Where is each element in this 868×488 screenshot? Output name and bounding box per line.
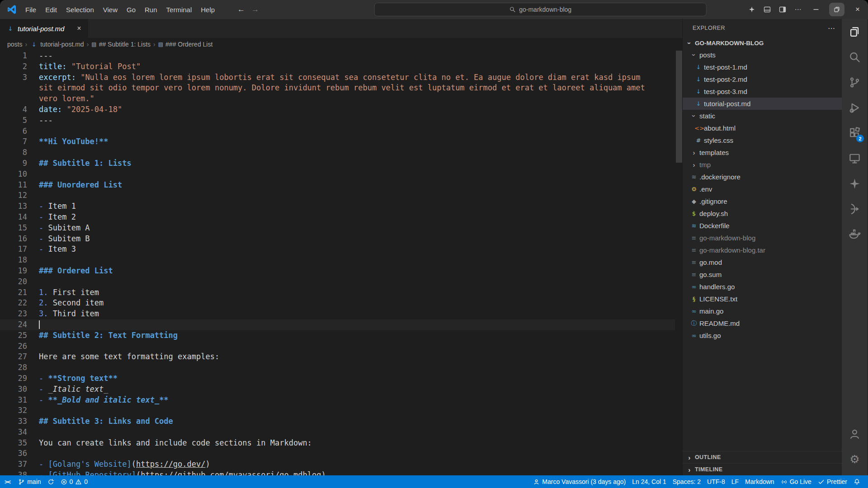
cursor-position-item[interactable]: Ln 24, Col 1	[629, 475, 670, 488]
eol-item[interactable]: LF	[728, 475, 742, 488]
folder-tmp[interactable]: ›tmp	[683, 159, 842, 171]
file-go.sum[interactable]: ≡go.sum	[683, 268, 842, 281]
problems-item[interactable]: 0 0	[57, 475, 91, 488]
breadcrumb-item-posts[interactable]: posts	[7, 41, 22, 48]
file-go-markdown-blog[interactable]: ≡go-markdown-blog	[683, 232, 842, 244]
folder-posts[interactable]: ›posts	[683, 49, 842, 61]
code-line-32[interactable]: 32	[0, 405, 675, 416]
code-line-34[interactable]: 34	[0, 427, 675, 438]
code-line-10[interactable]: 10	[0, 169, 675, 180]
toggle-secondary-sidebar-icon[interactable]	[775, 3, 790, 16]
code-line-5[interactable]: 5---	[0, 115, 675, 126]
code-line-30[interactable]: 30- _Italic text_	[0, 384, 675, 395]
section-timeline[interactable]: › TIMELINE	[683, 463, 842, 475]
run-debug-icon[interactable]	[842, 95, 868, 120]
file-.env[interactable]: ⚙.env	[683, 183, 842, 195]
code-line-9[interactable]: 9## Subtitle 1: Lists	[0, 158, 675, 169]
menu-run[interactable]: Run	[140, 3, 162, 16]
code-line-31[interactable]: 31- **_Bold and italic text_**	[0, 395, 675, 406]
file-LICENSE.txt[interactable]: §LICENSE.txt	[683, 293, 842, 305]
encoding-item[interactable]: UTF-8	[704, 475, 728, 488]
file-go.mod[interactable]: ≡go.mod	[683, 256, 842, 268]
code-line-7[interactable]: 7**Hi YouTube!**	[0, 136, 675, 147]
code-line-26[interactable]: 26	[0, 341, 675, 352]
code-line-20[interactable]: 20	[0, 277, 675, 287]
go-live-item[interactable]: Go Live	[778, 475, 815, 488]
notifications-item[interactable]	[850, 475, 863, 488]
code-line-2[interactable]: 2title: "Tutorial Post"	[0, 61, 675, 72]
code-line-11[interactable]: 11### Unordered List	[0, 180, 675, 191]
code-line-33[interactable]: 33## Subtitle 3: Links and Code	[0, 416, 675, 427]
docker-icon[interactable]	[842, 221, 868, 247]
menu-terminal[interactable]: Terminal	[162, 3, 197, 16]
menu-edit[interactable]: Edit	[41, 3, 61, 16]
menu-file[interactable]: File	[21, 3, 41, 16]
code-line-16[interactable]: 16- Subitem B	[0, 234, 675, 244]
code-line-21[interactable]: 211. First item	[0, 287, 675, 298]
code-line-38[interactable]: 38- [GitHub Repository](https://github.c…	[0, 470, 675, 475]
tree-root-folder[interactable]: › GO-MARKDOWN-BLOG	[683, 37, 842, 49]
gemini-sparkle-icon[interactable]	[842, 171, 868, 196]
code-line-1[interactable]: 1---	[0, 51, 675, 61]
command-center-search[interactable]: go-markdown-blog	[374, 3, 707, 16]
language-mode-item[interactable]: Markdown	[742, 475, 778, 488]
toggle-panel-icon[interactable]	[760, 3, 775, 16]
thunder-client-icon[interactable]	[842, 196, 868, 221]
code-line-6[interactable]: 6	[0, 126, 675, 137]
file-handlers.go[interactable]: ∞handlers.go	[683, 281, 842, 293]
git-branch-item[interactable]: main	[15, 475, 44, 488]
code-line-25[interactable]: 25## Subtitle 2: Text Formatting	[0, 330, 675, 341]
prettier-item[interactable]: Prettier	[815, 475, 850, 488]
extensions-icon[interactable]: 2	[842, 120, 868, 145]
code-line-12[interactable]: 12	[0, 190, 675, 201]
file-styles.css[interactable]: #styles.css	[683, 134, 842, 146]
code-line-29[interactable]: 29- **Strong text**	[0, 373, 675, 384]
code-line-22[interactable]: 222. Second item	[0, 298, 675, 309]
folder-templates[interactable]: ›templates	[683, 146, 842, 159]
code-line-8[interactable]: 8	[0, 147, 675, 158]
breadcrumb-item-ordered-list[interactable]: ▤ ### Ordered List	[158, 41, 213, 48]
menu-go[interactable]: Go	[122, 3, 140, 16]
copilot-icon[interactable]	[744, 3, 760, 16]
code-line-17[interactable]: 17- Item 3	[0, 244, 675, 255]
file-.gitignore[interactable]: ◆.gitignore	[683, 195, 842, 207]
restore-button[interactable]	[829, 3, 844, 16]
navigate-forward-icon[interactable]: →	[251, 5, 259, 14]
code-line-23[interactable]: 233. Third item	[0, 309, 675, 319]
close-button[interactable]: ×	[847, 0, 868, 19]
code-line-35[interactable]: 35You can create links and include code …	[0, 438, 675, 449]
settings-gear-icon[interactable]: ⚙	[842, 446, 868, 472]
navigate-back-icon[interactable]: ←	[237, 5, 245, 14]
code-line-15[interactable]: 15- Subitem A	[0, 223, 675, 234]
code-line-27[interactable]: 27Here are some text formatting examples…	[0, 352, 675, 362]
code-line-19[interactable]: 19### Ordered List	[0, 266, 675, 277]
indentation-item[interactable]: Spaces: 2	[670, 475, 704, 488]
code-line-36[interactable]: 36	[0, 448, 675, 459]
folder-static[interactable]: ›static	[683, 110, 842, 122]
file-go-markdown-blog.tar[interactable]: ≡go-markdown-blog.tar	[683, 244, 842, 256]
code-line-37[interactable]: 37- [Golang's Website](https://go.dev/)	[0, 459, 675, 470]
file-Dockerfile[interactable]: ≋Dockerfile	[683, 220, 842, 232]
menu-view[interactable]: View	[99, 3, 122, 16]
git-blame-item[interactable]: Marco Vavassori (3 days ago)	[530, 475, 629, 488]
section-outline[interactable]: › OUTLINE	[683, 451, 842, 463]
remote-indicator[interactable]: ><	[0, 475, 15, 488]
file-utils.go[interactable]: ∞utils.go	[683, 329, 842, 342]
code-line-13[interactable]: 13- Item 1	[0, 201, 675, 212]
source-control-icon[interactable]	[842, 70, 868, 95]
breadcrumb-item-file[interactable]: ↓ tutorial-post.md	[30, 41, 84, 48]
sync-item[interactable]	[44, 475, 57, 488]
code-line-24[interactable]: 24	[0, 319, 675, 330]
menu-selection[interactable]: Selection	[61, 3, 99, 16]
file-main.go[interactable]: ∞main.go	[683, 305, 842, 317]
code-line-14[interactable]: 14- Item 2	[0, 212, 675, 223]
customize-layout-icon[interactable]: ⋯	[790, 3, 806, 16]
search-icon[interactable]	[842, 44, 868, 70]
more-actions-icon[interactable]: ⋯	[828, 24, 835, 33]
file-tutorial-post.md[interactable]: ↓tutorial-post.md	[683, 98, 842, 110]
minimize-button[interactable]	[806, 0, 826, 19]
accounts-icon[interactable]	[842, 421, 868, 446]
file-test-post-3.md[interactable]: ↓test-post-3.md	[683, 85, 842, 98]
code-line-18[interactable]: 18	[0, 255, 675, 266]
code-line-28[interactable]: 28	[0, 362, 675, 373]
